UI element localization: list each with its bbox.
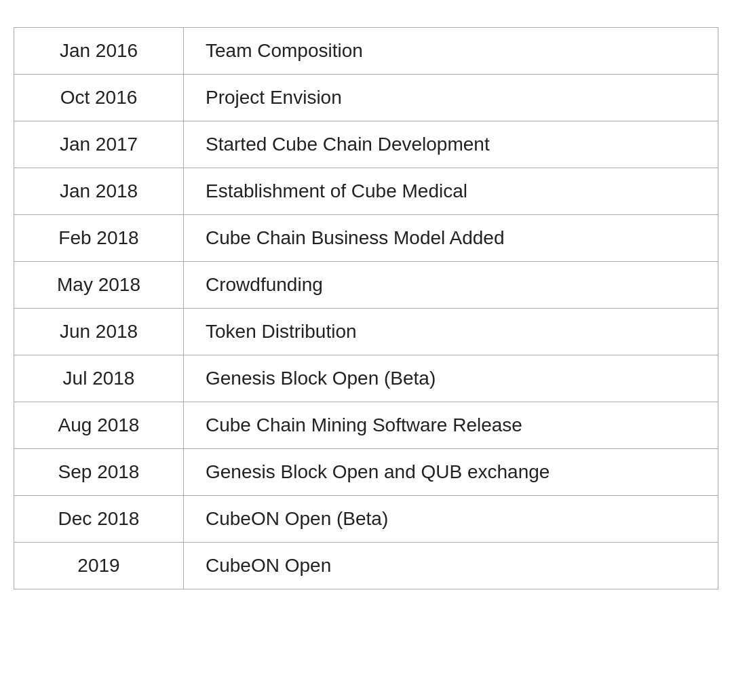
- table-row: Aug 2018Cube Chain Mining Software Relea…: [14, 402, 718, 449]
- date-cell: Jun 2018: [14, 309, 184, 355]
- event-cell: Crowdfunding: [184, 262, 718, 308]
- date-cell: 2019: [14, 543, 184, 589]
- event-cell: Project Envision: [184, 75, 718, 121]
- table-row: Dec 2018CubeON Open (Beta): [14, 496, 718, 543]
- date-cell: Feb 2018: [14, 215, 184, 261]
- table-row: Jan 2016Team Composition: [14, 28, 718, 75]
- table-row: Sep 2018Genesis Block Open and QUB excha…: [14, 449, 718, 496]
- table-row: Oct 2016Project Envision: [14, 75, 718, 121]
- event-cell: Cube Chain Mining Software Release: [184, 402, 718, 448]
- table-row: Feb 2018Cube Chain Business Model Added: [14, 215, 718, 262]
- date-cell: Sep 2018: [14, 449, 184, 495]
- date-cell: Dec 2018: [14, 496, 184, 542]
- event-cell: Started Cube Chain Development: [184, 121, 718, 168]
- date-cell: Jan 2018: [14, 168, 184, 214]
- table-row: Jul 2018Genesis Block Open (Beta): [14, 355, 718, 402]
- date-cell: Jan 2017: [14, 121, 184, 168]
- table-row: Jun 2018Token Distribution: [14, 309, 718, 355]
- event-cell: Genesis Block Open and QUB exchange: [184, 449, 718, 495]
- roadmap-table: Jan 2016Team CompositionOct 2016Project …: [14, 27, 718, 589]
- date-cell: Oct 2016: [14, 75, 184, 121]
- date-cell: Aug 2018: [14, 402, 184, 448]
- table-row: Jan 2017Started Cube Chain Development: [14, 121, 718, 168]
- event-cell: Token Distribution: [184, 309, 718, 355]
- event-cell: Genesis Block Open (Beta): [184, 355, 718, 402]
- event-cell: CubeON Open (Beta): [184, 496, 718, 542]
- table-row: 2019CubeON Open: [14, 543, 718, 589]
- event-cell: Establishment of Cube Medical: [184, 168, 718, 214]
- event-cell: Team Composition: [184, 28, 718, 74]
- table-row: Jan 2018Establishment of Cube Medical: [14, 168, 718, 215]
- event-cell: CubeON Open: [184, 543, 718, 589]
- event-cell: Cube Chain Business Model Added: [184, 215, 718, 261]
- date-cell: May 2018: [14, 262, 184, 308]
- date-cell: Jan 2016: [14, 28, 184, 74]
- date-cell: Jul 2018: [14, 355, 184, 402]
- table-row: May 2018Crowdfunding: [14, 262, 718, 309]
